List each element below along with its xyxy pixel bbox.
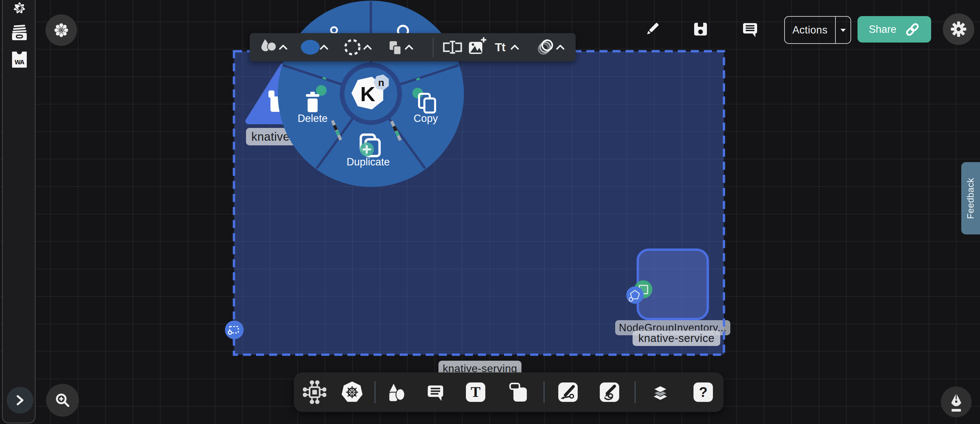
- arrange-chevron-up-icon[interactable]: [405, 45, 414, 50]
- pinwheel-logo-icon[interactable]: [12, 0, 27, 16]
- burst-icon: [53, 22, 69, 38]
- save-button[interactable]: [690, 19, 711, 39]
- svg-text:Delete: Delete: [298, 113, 328, 124]
- opacity-chevron-up-icon[interactable]: [556, 45, 565, 50]
- feedback-tab-label: Feedback: [966, 178, 976, 219]
- border-style-chevron-up-icon[interactable]: [363, 45, 372, 50]
- left-sidebar: WA: [2, 0, 35, 423]
- svg-text:Copy: Copy: [414, 113, 438, 124]
- zoom-in-icon: [54, 392, 71, 409]
- frame-tool-button[interactable]: [508, 381, 531, 403]
- share-button[interactable]: Share: [858, 16, 931, 43]
- svg-text:K: K: [361, 82, 375, 105]
- zoom-in-button[interactable]: [46, 384, 79, 417]
- svg-text:Duplicate: Duplicate: [347, 156, 390, 168]
- pen-nib-icon: [946, 391, 966, 413]
- edit-pencil-button[interactable]: [642, 19, 662, 39]
- fill-color-chevron-up-icon[interactable]: [320, 45, 328, 50]
- feedback-tab[interactable]: Feedback: [961, 162, 980, 234]
- kubernetes-icon-button[interactable]: [340, 381, 364, 404]
- draw-freehand-tool-button[interactable]: [600, 383, 619, 402]
- webassembly-icon[interactable]: WA: [12, 52, 27, 68]
- pen-tool-button[interactable]: [941, 386, 972, 417]
- help-button[interactable]: ?: [694, 383, 713, 402]
- chevron-right-icon: [15, 395, 25, 406]
- rename-field-button[interactable]: [442, 39, 463, 55]
- insert-toolbar: T: [294, 372, 724, 412]
- expand-sidebar-button[interactable]: [7, 387, 33, 414]
- shape-type-chevron-up-icon[interactable]: [279, 45, 288, 50]
- opacity-button[interactable]: [536, 37, 555, 57]
- typography-button[interactable]: Tt: [495, 40, 505, 54]
- selection-handle[interactable]: [222, 318, 247, 342]
- cluster-burst-button[interactable]: [46, 14, 77, 46]
- actions-button-label[interactable]: Actions: [785, 17, 835, 43]
- toolbar-divider: [374, 381, 375, 403]
- toolbar-divider: [635, 381, 636, 403]
- style-toolbar: Tt: [250, 33, 576, 61]
- shape-type-button[interactable]: [257, 37, 278, 58]
- settings-button[interactable]: [943, 13, 974, 45]
- layers-button[interactable]: [649, 381, 671, 403]
- share-button-label: Share: [869, 24, 897, 35]
- comment-tool-button[interactable]: [425, 381, 447, 403]
- caret-down-icon: [840, 28, 846, 32]
- fill-color-swatch[interactable]: [299, 38, 321, 56]
- typography-chevron-up-icon[interactable]: [511, 45, 519, 50]
- actions-dropdown-caret[interactable]: [835, 17, 851, 43]
- plus-icon: [482, 38, 486, 42]
- toolbar-divider: [544, 381, 544, 403]
- comments-button[interactable]: [740, 19, 760, 39]
- border-style-button[interactable]: [343, 38, 362, 57]
- add-image-button[interactable]: [466, 37, 487, 57]
- gear-icon: [949, 20, 968, 38]
- label-knative-service: knative-service: [633, 330, 720, 346]
- toolbar-divider: [433, 37, 433, 57]
- knative-service-node-badges: [622, 277, 657, 309]
- draw-shape-tool-button[interactable]: [558, 383, 578, 402]
- radial-context-menu: K n Delete Copy Duplicate: [277, 0, 465, 188]
- actions-button[interactable]: Actions: [784, 16, 851, 44]
- archive-box-icon[interactable]: [11, 25, 27, 41]
- svg-text:n: n: [378, 77, 384, 88]
- link-icon: [905, 22, 920, 37]
- pentagon-badge: [626, 286, 644, 304]
- arrange-copies-button[interactable]: [386, 38, 404, 57]
- trash-icon: [306, 92, 319, 112]
- text-tool-button[interactable]: T: [466, 383, 485, 402]
- infrastructure-icon-button[interactable]: [303, 381, 326, 404]
- shapes-tool-button[interactable]: [385, 381, 407, 403]
